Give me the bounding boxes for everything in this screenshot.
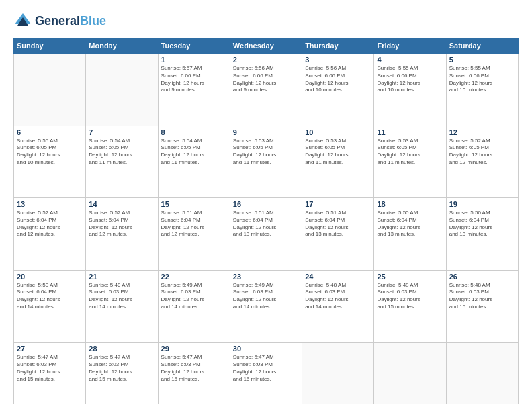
day-info: Sunrise: 5:50 AM Sunset: 6:04 PM Dayligh… (449, 210, 515, 238)
calendar-cell: 1Sunrise: 5:57 AM Sunset: 6:06 PM Daylig… (158, 54, 230, 126)
day-number: 23 (233, 273, 299, 281)
calendar-cell: 7Sunrise: 5:54 AM Sunset: 6:05 PM Daylig… (86, 126, 158, 198)
day-number: 19 (449, 200, 515, 208)
day-number: 14 (89, 200, 154, 208)
calendar-cell: 24Sunrise: 5:48 AM Sunset: 6:03 PM Dayli… (302, 270, 374, 342)
week-row-4: 20Sunrise: 5:50 AM Sunset: 6:04 PM Dayli… (14, 270, 519, 342)
day-info: Sunrise: 5:54 AM Sunset: 6:05 PM Dayligh… (161, 138, 227, 167)
day-number: 4 (377, 56, 443, 64)
day-number: 13 (17, 200, 83, 208)
calendar-cell: 8Sunrise: 5:54 AM Sunset: 6:05 PM Daylig… (158, 126, 230, 198)
day-info: Sunrise: 5:48 AM Sunset: 6:03 PM Dayligh… (377, 282, 443, 311)
logo-line1: General (35, 14, 80, 28)
day-number: 28 (89, 345, 154, 353)
day-info: Sunrise: 5:47 AM Sunset: 6:03 PM Dayligh… (161, 354, 227, 383)
day-info: Sunrise: 5:49 AM Sunset: 6:03 PM Dayligh… (233, 282, 299, 311)
day-info: Sunrise: 5:47 AM Sunset: 6:03 PM Dayligh… (17, 354, 83, 383)
day-info: Sunrise: 5:55 AM Sunset: 6:05 PM Dayligh… (17, 138, 83, 167)
calendar-cell: 25Sunrise: 5:48 AM Sunset: 6:03 PM Dayli… (374, 270, 446, 342)
day-info: Sunrise: 5:48 AM Sunset: 6:03 PM Dayligh… (449, 282, 515, 311)
logo-text: GeneralBlue (35, 15, 106, 28)
day-info: Sunrise: 5:57 AM Sunset: 6:06 PM Dayligh… (161, 65, 227, 94)
day-number: 16 (233, 200, 299, 208)
day-info: Sunrise: 5:52 AM Sunset: 6:04 PM Dayligh… (17, 210, 83, 238)
calendar-cell: 10Sunrise: 5:53 AM Sunset: 6:05 PM Dayli… (302, 126, 374, 198)
day-info: Sunrise: 5:51 AM Sunset: 6:04 PM Dayligh… (305, 210, 371, 238)
calendar-cell: 15Sunrise: 5:51 AM Sunset: 6:04 PM Dayli… (158, 198, 230, 271)
day-number: 22 (161, 273, 227, 281)
calendar-cell: 11Sunrise: 5:53 AM Sunset: 6:05 PM Dayli… (374, 126, 446, 198)
day-number: 12 (449, 128, 515, 136)
day-info: Sunrise: 5:50 AM Sunset: 6:04 PM Dayligh… (377, 210, 443, 238)
day-number: 5 (449, 56, 515, 64)
day-info: Sunrise: 5:48 AM Sunset: 6:03 PM Dayligh… (305, 282, 371, 311)
logo-line2: Blue (80, 14, 106, 28)
day-info: Sunrise: 5:55 AM Sunset: 6:06 PM Dayligh… (377, 65, 443, 94)
week-row-3: 13Sunrise: 5:52 AM Sunset: 6:04 PM Dayli… (14, 198, 519, 271)
calendar-cell: 4Sunrise: 5:55 AM Sunset: 6:06 PM Daylig… (374, 54, 446, 126)
day-number: 21 (89, 273, 154, 281)
calendar-cell: 20Sunrise: 5:50 AM Sunset: 6:04 PM Dayli… (14, 270, 86, 342)
calendar-cell (14, 54, 86, 126)
day-info: Sunrise: 5:50 AM Sunset: 6:04 PM Dayligh… (17, 282, 83, 311)
weekday-header-monday: Monday (86, 38, 158, 54)
day-info: Sunrise: 5:56 AM Sunset: 6:06 PM Dayligh… (305, 65, 371, 94)
calendar-cell: 5Sunrise: 5:55 AM Sunset: 6:06 PM Daylig… (446, 54, 518, 126)
calendar-cell (374, 342, 446, 404)
day-info: Sunrise: 5:49 AM Sunset: 6:03 PM Dayligh… (89, 282, 154, 311)
day-number: 17 (305, 200, 371, 208)
calendar-cell: 29Sunrise: 5:47 AM Sunset: 6:03 PM Dayli… (158, 342, 230, 404)
calendar-cell: 12Sunrise: 5:52 AM Sunset: 6:05 PM Dayli… (446, 126, 518, 198)
calendar-cell: 30Sunrise: 5:47 AM Sunset: 6:03 PM Dayli… (230, 342, 302, 404)
calendar-cell (86, 54, 158, 126)
day-number: 8 (161, 128, 227, 136)
day-info: Sunrise: 5:51 AM Sunset: 6:04 PM Dayligh… (161, 210, 227, 238)
day-number: 27 (17, 345, 83, 353)
weekday-header-tuesday: Tuesday (158, 38, 230, 54)
calendar-cell: 13Sunrise: 5:52 AM Sunset: 6:04 PM Dayli… (14, 198, 86, 271)
day-number: 9 (233, 128, 299, 136)
calendar-cell: 28Sunrise: 5:47 AM Sunset: 6:03 PM Dayli… (86, 342, 158, 404)
page: GeneralBlue SundayMondayTuesdayWednesday… (0, 0, 532, 411)
calendar-cell: 17Sunrise: 5:51 AM Sunset: 6:04 PM Dayli… (302, 198, 374, 271)
header: GeneralBlue (13, 12, 519, 31)
day-number: 24 (305, 273, 371, 281)
logo-icon (13, 12, 32, 31)
calendar-cell: 16Sunrise: 5:51 AM Sunset: 6:04 PM Dayli… (230, 198, 302, 271)
calendar-cell: 14Sunrise: 5:52 AM Sunset: 6:04 PM Dayli… (86, 198, 158, 271)
weekday-header-row: SundayMondayTuesdayWednesdayThursdayFrid… (14, 38, 519, 54)
weekday-header-sunday: Sunday (14, 38, 86, 54)
day-info: Sunrise: 5:54 AM Sunset: 6:05 PM Dayligh… (89, 138, 154, 167)
day-info: Sunrise: 5:47 AM Sunset: 6:03 PM Dayligh… (89, 354, 154, 383)
day-number: 30 (233, 345, 299, 353)
day-number: 15 (161, 200, 227, 208)
day-number: 3 (305, 56, 371, 64)
day-number: 11 (377, 128, 443, 136)
calendar-cell: 27Sunrise: 5:47 AM Sunset: 6:03 PM Dayli… (14, 342, 86, 404)
calendar-table: SundayMondayTuesdayWednesdayThursdayFrid… (13, 38, 519, 404)
calendar-cell: 6Sunrise: 5:55 AM Sunset: 6:05 PM Daylig… (14, 126, 86, 198)
calendar-cell: 23Sunrise: 5:49 AM Sunset: 6:03 PM Dayli… (230, 270, 302, 342)
logo: GeneralBlue (13, 12, 106, 31)
day-number: 29 (161, 345, 227, 353)
calendar-cell: 2Sunrise: 5:56 AM Sunset: 6:06 PM Daylig… (230, 54, 302, 126)
weekday-header-wednesday: Wednesday (230, 38, 302, 54)
day-number: 18 (377, 200, 443, 208)
day-info: Sunrise: 5:53 AM Sunset: 6:05 PM Dayligh… (305, 138, 371, 167)
calendar-cell: 9Sunrise: 5:53 AM Sunset: 6:05 PM Daylig… (230, 126, 302, 198)
day-number: 10 (305, 128, 371, 136)
day-info: Sunrise: 5:52 AM Sunset: 6:04 PM Dayligh… (89, 210, 154, 238)
calendar-cell (302, 342, 374, 404)
weekday-header-saturday: Saturday (446, 38, 518, 54)
day-info: Sunrise: 5:53 AM Sunset: 6:05 PM Dayligh… (233, 138, 299, 167)
calendar-cell (446, 342, 518, 404)
day-number: 20 (17, 273, 83, 281)
calendar-cell: 26Sunrise: 5:48 AM Sunset: 6:03 PM Dayli… (446, 270, 518, 342)
weekday-header-thursday: Thursday (302, 38, 374, 54)
day-number: 1 (161, 56, 227, 64)
day-number: 26 (449, 273, 515, 281)
day-info: Sunrise: 5:55 AM Sunset: 6:06 PM Dayligh… (449, 65, 515, 94)
calendar-cell: 22Sunrise: 5:49 AM Sunset: 6:03 PM Dayli… (158, 270, 230, 342)
day-number: 2 (233, 56, 299, 64)
day-number: 25 (377, 273, 443, 281)
